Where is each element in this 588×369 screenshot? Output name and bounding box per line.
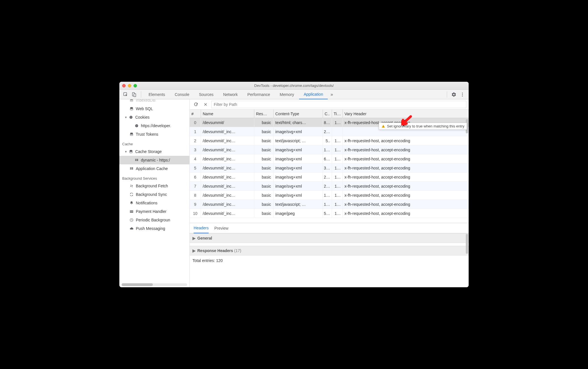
cell-idx: 9 [190,200,201,209]
sidebar-item-payment[interactable]: Payment Handler [119,207,189,216]
detail-tab-headers[interactable]: Headers [194,223,209,233]
tab-sources[interactable]: Sources [194,90,218,99]
disclosure-triangle-icon[interactable]: ▼ [124,116,127,119]
table-row[interactable]: 5/devsummit/_inc…basicimage/svg+xml3…1…x… [190,163,469,173]
cell-name: /devsummit/_inc… [201,154,254,163]
tab-memory[interactable]: Memory [275,90,299,99]
sidebar-item-push[interactable]: Push Messaging [119,224,189,233]
cell-ct: image/svg+xml [274,173,323,181]
col-vary[interactable]: Vary Header [343,110,469,118]
sidebar-item-bg-sync[interactable]: Background Sync [119,190,189,199]
cell-ti: 1… [332,200,343,209]
cache-storage-panel: # Name Res… Content-Type C.. Ti… Vary He… [190,99,469,287]
more-icon[interactable] [458,91,466,98]
label: Application Cache [136,166,168,171]
devtools-window: DevTools - developer.chrome.com/tags/dev… [119,82,469,287]
table-row[interactable]: 6/devsummit/_inc…basicimage/svg+xml2…1…x… [190,173,469,182]
cell-ct: text/javascript; … [274,136,323,145]
table-row[interactable]: 9/devsummit/_inc…basictext/javascript; …… [190,200,469,209]
sidebar-item-periodic[interactable]: Periodic Backgroun [119,216,189,224]
sidebar-item-trust-tokens[interactable]: Trust Tokens [119,130,189,139]
sidebar-item-application-cache[interactable]: Application Cache [119,164,189,173]
tab-network[interactable]: Network [219,90,242,99]
delete-button[interactable] [202,100,210,108]
table-row[interactable]: 7/devsummit/_inc…basicimage/svg+xml2…1…x… [190,182,469,191]
col-content-type[interactable]: Content-Type [274,110,323,118]
cell-vary: x-fh-requested-host, accept-encoding [343,200,469,209]
cell-vary: x-fh-requested-host, accept-encoding [343,173,469,181]
label: https://developer. [141,123,171,128]
grid-icon [134,158,139,162]
cell-cl: 1… [323,200,332,209]
section-general[interactable]: ▶ General [190,233,469,243]
cell-name: /devsummit/_inc… [201,209,254,218]
col-response[interactable]: Res… [254,110,274,118]
tab-console[interactable]: Console [170,90,194,99]
vertical-scrollbar[interactable] [466,234,468,286]
section-response-headers[interactable]: ▶ Response Headers (17) [190,246,469,255]
close-window-button[interactable] [122,84,126,87]
cell-cl: 2… [323,127,332,136]
cell-cl: 1… [323,145,332,154]
col-time[interactable]: Ti… [332,110,343,118]
table-row[interactable]: 2/devsummit/_inc…basictext/javascript; …… [190,136,469,145]
svg-rect-31 [383,127,384,127]
horizontal-scrollbar[interactable] [122,283,187,286]
cell-ti: 1… [332,118,343,127]
cell-ti: 1… [332,163,343,172]
label: Response Headers [197,248,233,253]
col-content-length[interactable]: C.. [323,110,332,118]
database-icon [128,150,134,154]
zoom-window-button[interactable] [134,84,137,87]
table-row[interactable]: 4/devsummit/_inc…basicimage/svg+xml6…1…x… [190,154,469,163]
minimize-window-button[interactable] [128,84,131,87]
scrollbar-thumb[interactable] [466,234,468,254]
detail-tabs: Headers Preview [190,223,469,233]
cell-ct: image/svg+xml [274,163,323,172]
cookie-icon [134,124,139,128]
sidebar-item-bg-fetch[interactable]: Background Fetch [119,182,189,190]
sidebar-section-background: Background Services [119,173,189,182]
cell-vary: x-fh-requested-host, accept-encoding [343,191,469,200]
bell-icon [129,201,134,205]
filter-input[interactable] [211,101,466,108]
tabs-overflow-button[interactable]: » [328,90,335,99]
col-index[interactable]: # [190,110,201,118]
cell-ti: 1… [332,136,343,145]
table-row[interactable]: 10/devsummit/_inc…basicimage/jpeg5…1…x-f… [190,209,469,218]
cell-ti: 1… [332,191,343,200]
sidebar-item-cookies-origin[interactable]: https://developer. [119,121,189,130]
detail-tab-preview[interactable]: Preview [214,223,229,233]
sidebar-item-notifications[interactable]: Notifications [119,199,189,207]
col-name[interactable]: Name [201,110,254,118]
sidebar-item-cache-storage[interactable]: ▼ Cache Storage [119,147,189,156]
sidebar-item-websql[interactable]: Web SQL [119,104,189,113]
cell-ti: 1… [332,209,343,218]
label: Push Messaging [136,226,165,231]
disclosure-triangle-icon[interactable]: ▼ [124,150,127,153]
sidebar-item-indexeddb[interactable]: IndexedDB [119,99,189,104]
vertical-scrollbar[interactable] [466,119,468,222]
toggle-device-icon[interactable] [130,91,138,98]
svg-rect-2 [134,94,136,97]
svg-point-14 [137,125,138,126]
cell-idx: 6 [190,173,201,181]
tab-performance[interactable]: Performance [243,90,274,99]
settings-icon[interactable] [450,91,458,98]
sidebar-item-cookies[interactable]: ▼ Cookies [119,113,189,121]
inspect-element-icon[interactable] [122,91,130,98]
svg-point-4 [462,94,463,95]
table-row[interactable]: 3/devsummit/_inc…basicimage/svg+xml1…1…x… [190,145,469,154]
sidebar-section-cache: Cache [119,139,189,147]
sidebar-item-cache-entry[interactable]: dynamic - https:/ [119,156,189,164]
tab-elements[interactable]: Elements [144,90,170,99]
scrollbar-thumb[interactable] [122,283,153,286]
table-row[interactable]: 8/devsummit/_inc…basicimage/svg+xml1…1…x… [190,191,469,200]
cell-res: basic [254,145,274,154]
window-title: DevTools - developer.chrome.com/tags/dev… [119,83,469,88]
refresh-button[interactable] [192,100,200,108]
cell-idx: 1 [190,127,201,136]
tab-application[interactable]: Application [299,90,328,99]
cell-cl: 2… [323,182,332,190]
svg-point-15 [136,126,137,127]
